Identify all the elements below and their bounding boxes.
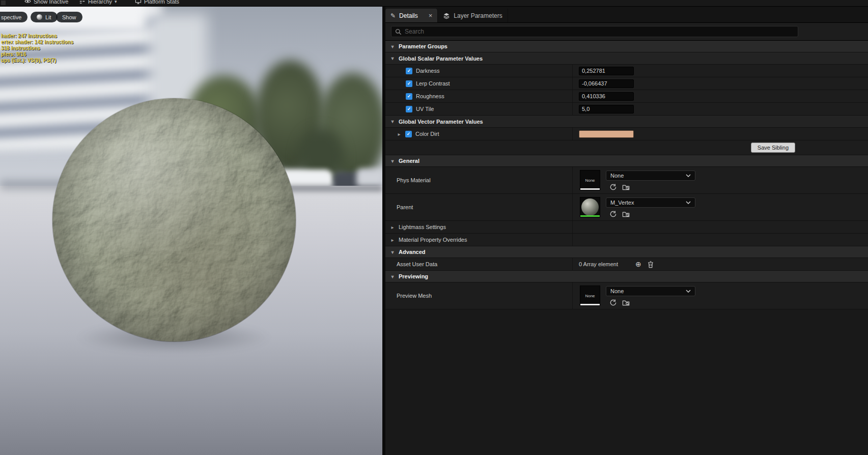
group-label: Global Vector Parameter Values: [399, 119, 483, 125]
material-preview-sphere[interactable]: [52, 98, 296, 342]
panel-tab-strip: ✎ Details × Layer Parameters: [385, 7, 868, 23]
row-lightmass-settings[interactable]: ▸ Lightmass Settings: [385, 221, 868, 234]
category-label: Advanced: [399, 249, 426, 255]
chevron-down-icon: [686, 174, 691, 177]
category-previewing[interactable]: ▾ Previewing: [385, 271, 868, 282]
darkness-checkbox[interactable]: ✓: [406, 68, 412, 74]
check-icon: ✓: [407, 107, 411, 111]
dropdown-value: M_Vertex: [610, 200, 634, 206]
param-label: Darkness: [416, 68, 439, 74]
rock-texture: [52, 98, 296, 342]
expand-triangle-icon[interactable]: ▸: [397, 131, 402, 137]
hierarchy-icon: [79, 0, 86, 5]
collapse-triangle-icon[interactable]: ▾: [390, 249, 395, 255]
tab-layer-parameters[interactable]: Layer Parameters: [438, 9, 508, 22]
color-dirt-swatch[interactable]: [579, 130, 634, 138]
add-element-icon[interactable]: ⊕: [635, 261, 641, 268]
darkness-value-field[interactable]: [579, 67, 634, 75]
show-flags-button[interactable]: Show: [56, 12, 82, 22]
roughness-checkbox[interactable]: ✓: [406, 93, 412, 100]
toolbar-platform-stats-label: Platform Stats: [144, 0, 179, 5]
uv-tile-checkbox[interactable]: ✓: [406, 106, 412, 112]
lit-mode-button[interactable]: Lit: [31, 12, 58, 22]
lerp-contrast-checkbox[interactable]: ✓: [406, 80, 412, 87]
category-parameter-groups[interactable]: ▾ Parameter Groups: [385, 41, 868, 52]
stats-line: plers: 9/16: [1, 51, 73, 58]
check-icon: ✓: [407, 81, 411, 86]
search-icon: [395, 29, 402, 35]
eye-icon: [24, 0, 31, 5]
toolbar-show-inactive-label: Show Inactive: [34, 0, 68, 5]
property-rows: ▾ Parameter Groups ▾ Global Scalar Param…: [385, 41, 868, 455]
phys-material-dropdown[interactable]: None: [606, 170, 695, 181]
category-label: Parameter Groups: [399, 43, 447, 49]
param-row-lerp-contrast: ✓ Lerp Contrast: [385, 77, 868, 90]
browse-to-asset-icon[interactable]: [622, 298, 630, 306]
lit-label: Lit: [45, 14, 51, 20]
thumbnail-label: None: [585, 294, 595, 298]
param-row-color-dirt: ▸ ✓ Color Dirt: [385, 128, 868, 140]
category-label: Previewing: [399, 273, 428, 279]
toolbar-hierarchy[interactable]: Hierarchy ▾: [79, 0, 117, 5]
preview-mesh-dropdown[interactable]: None: [606, 286, 695, 296]
dropdown-value: None: [610, 288, 624, 294]
toolbar-corner-icon: [1, 1, 6, 5]
array-element-count: 0 Array element: [579, 261, 618, 267]
phys-material-thumbnail[interactable]: None: [580, 170, 600, 190]
save-sibling-button[interactable]: Save Sibling: [751, 143, 795, 153]
lit-sphere-icon: [37, 14, 42, 20]
panel-empty-area: [385, 309, 868, 455]
lerp-contrast-value-field[interactable]: [579, 79, 634, 88]
row-material-property-overrides[interactable]: ▸ Material Property Overrides: [385, 234, 868, 246]
property-label: Asset User Data: [397, 261, 437, 267]
chevron-down-icon: [686, 201, 691, 204]
property-label: Lightmass Settings: [399, 224, 446, 230]
property-label: Phys Material: [397, 177, 431, 183]
param-label: UV Tile: [416, 106, 434, 112]
category-advanced[interactable]: ▾ Advanced: [385, 246, 868, 258]
roughness-value-field[interactable]: [579, 92, 634, 101]
expand-triangle-icon[interactable]: ▸: [390, 224, 395, 230]
trash-icon[interactable]: [647, 260, 655, 268]
use-selected-asset-icon[interactable]: [609, 183, 617, 191]
toolbar-hierarchy-label: Hierarchy: [88, 0, 112, 5]
param-row-darkness: ✓ Darkness: [385, 65, 868, 77]
asset-type-bar: [580, 188, 600, 190]
toolbar-platform-stats[interactable]: Platform Stats: [135, 0, 179, 5]
collapse-triangle-icon[interactable]: ▾: [390, 44, 395, 49]
perspective-button[interactable]: spective: [0, 12, 27, 22]
uv-tile-value-field[interactable]: [579, 105, 634, 113]
preview-mesh-thumbnail[interactable]: None: [580, 286, 600, 306]
expand-triangle-icon[interactable]: ▸: [390, 237, 395, 243]
chevron-down-icon: ▾: [115, 0, 117, 4]
row-asset-user-data: Asset User Data 0 Array element ⊕: [385, 258, 868, 271]
parent-thumbnail[interactable]: [580, 197, 600, 217]
search-input[interactable]: [405, 28, 794, 35]
collapse-triangle-icon[interactable]: ▾: [390, 158, 395, 164]
browse-to-asset-icon[interactable]: [622, 210, 630, 218]
perspective-label: spective: [1, 14, 21, 20]
parent-dropdown[interactable]: M_Vertex: [606, 197, 695, 208]
tab-details[interactable]: ✎ Details ×: [385, 9, 438, 22]
use-selected-asset-icon[interactable]: [609, 298, 617, 306]
search-box[interactable]: [391, 26, 798, 37]
stats-line: 318 instructions: [1, 45, 73, 51]
close-icon[interactable]: ×: [429, 12, 433, 19]
preview-viewport[interactable]: spective Lit Show hader: 247 instruction…: [0, 7, 382, 455]
row-phys-material: Phys Material None None: [385, 167, 868, 194]
group-global-scalar[interactable]: ▾ Global Scalar Parameter Values: [385, 52, 868, 65]
group-global-vector[interactable]: ▾ Global Vector Parameter Values: [385, 116, 868, 128]
toolbar-show-inactive[interactable]: Show Inactive: [24, 0, 68, 5]
row-preview-mesh: Preview Mesh None None: [385, 282, 868, 309]
category-general[interactable]: ▾ General: [385, 155, 868, 167]
group-label: Global Scalar Parameter Values: [399, 55, 483, 62]
check-icon: ✓: [407, 94, 411, 99]
collapse-triangle-icon[interactable]: ▾: [390, 119, 395, 124]
collapse-triangle-icon[interactable]: ▾: [390, 274, 395, 279]
color-dirt-checkbox[interactable]: ✓: [405, 131, 412, 137]
use-selected-asset-icon[interactable]: [609, 210, 617, 218]
browse-to-asset-icon[interactable]: [622, 183, 630, 191]
collapse-triangle-icon[interactable]: ▾: [390, 55, 395, 61]
check-icon: ✓: [407, 69, 411, 73]
dropdown-value: None: [610, 173, 624, 179]
